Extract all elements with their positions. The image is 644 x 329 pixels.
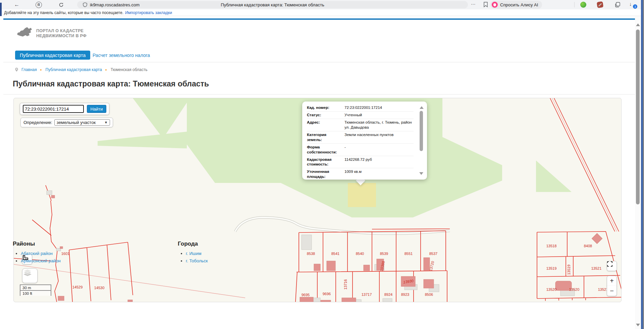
popup-row: Кад. номер:72:23:0222001:17214	[307, 104, 414, 112]
address-bar[interactable]: ik9map.roscadastres.com Публичная кадаст…	[77, 1, 468, 8]
map-filter-widget: Определение: земельный участок ▼	[20, 118, 113, 127]
popup-row-value: Тюменская область, г. Тюмень, район ул. …	[344, 120, 414, 130]
district-link[interactable]: Армизонский район	[21, 258, 61, 263]
parcel-label: 8538	[307, 252, 315, 256]
yandex-icon[interactable]: Я	[35, 1, 43, 9]
cities-list: г. Ишимг. Тобольск	[180, 250, 208, 265]
popup-row-label: Статус:	[307, 113, 342, 118]
map-buildings-red	[51, 195, 602, 302]
popup-row-label: Уточненная площадь:	[307, 169, 342, 179]
cadastral-map[interactable]: 8538854185408539855185371038813720969596…	[13, 98, 622, 302]
search-button[interactable]: Найти	[87, 105, 106, 113]
toolbar-divider	[574, 2, 575, 7]
site-logo-icon	[16, 26, 35, 40]
list-item: г. Ишим	[186, 250, 208, 257]
breadcrumb-map[interactable]: Публичная кадастровая карта	[46, 67, 102, 72]
popup-rows: Кад. номер:72:23:0222001:17214Статус:Учт…	[307, 104, 414, 180]
object-type-select[interactable]: земельный участок ▼	[54, 119, 110, 126]
parcel-label: 8539	[380, 252, 388, 256]
parcel-label: 13717	[362, 292, 372, 297]
breadcrumb-current: Тюменская область	[111, 67, 148, 72]
divider	[3, 62, 635, 62]
window-edge-strip	[0, 3, 2, 16]
popup-row-label: Категория земель:	[307, 132, 342, 142]
breadcrumb-arrow-icon: ►	[105, 68, 108, 71]
parcel-label: 9695	[302, 293, 310, 297]
scrollbar-thumb[interactable]	[636, 29, 640, 204]
selected-parcel[interactable]	[348, 183, 376, 207]
tab-land-tax[interactable]: Расчет земельного налога	[93, 53, 150, 58]
popup-row-label: Форма собственности:	[307, 145, 342, 155]
popup-row: Форма собственности:-	[307, 144, 414, 156]
filter-label: Определение:	[23, 120, 52, 125]
popup-scroll-thumb[interactable]	[420, 111, 423, 151]
parcel-label: 13519	[567, 265, 571, 275]
list-item: г. Тобольск	[186, 257, 208, 265]
popup-row-value: Учтенный	[344, 113, 414, 118]
scrollbar-down-icon[interactable]	[636, 324, 640, 326]
parcel-label: 8541	[331, 252, 339, 256]
downloads-icon[interactable]: ↓ 3	[629, 1, 637, 8]
scale-imperial: 100 ft	[20, 290, 51, 296]
popup-row-label: Кадастровая стоимость:	[307, 157, 342, 167]
layers-button[interactable]	[22, 268, 38, 283]
map-diagonal-road	[550, 98, 619, 232]
parcel-label: 13716	[343, 279, 347, 290]
zoom-out-button[interactable]: −	[607, 286, 617, 296]
map-search-widget: Найти	[20, 103, 109, 115]
parcel-label: 8537	[429, 252, 437, 256]
import-bookmarks-link[interactable]: Импортировать закладки	[125, 10, 172, 15]
parcel-label: 13520	[546, 287, 557, 291]
address-menu-icon[interactable]: ⋯	[471, 1, 476, 7]
tab-groups-icon[interactable]	[614, 2, 621, 8]
browser-toolbar: ← Я ik9map.roscadastres.com Публичная ка…	[0, 0, 644, 10]
tab-public-cadastral-map[interactable]: Публичная кадастровая карта	[15, 51, 90, 60]
tab-title: Публичная кадастровая карта: Тюменская о…	[77, 2, 468, 7]
parcel-label: 13518	[546, 244, 557, 248]
alice-ai-button[interactable]: Спросить Алису AI	[490, 1, 542, 9]
downloads-badge: 3	[633, 4, 637, 9]
popup-scrollbar	[419, 106, 424, 175]
fullscreen-button[interactable]	[607, 261, 617, 271]
map-buildings-gray	[47, 191, 575, 302]
list-item: Абатский район	[21, 250, 61, 257]
pin-icon	[15, 67, 18, 72]
popup-row-value: 1142268.72 руб	[344, 157, 414, 167]
scrollbar-up-icon[interactable]	[636, 23, 640, 26]
breadcrumb-home[interactable]: Главная	[21, 67, 37, 72]
parcel-label: 9696	[323, 292, 331, 296]
parcel-label: 8408	[584, 244, 592, 248]
browser-scrollbar[interactable]	[635, 16, 641, 329]
search-input[interactable]	[23, 105, 84, 113]
popup-row-label: Адрес:	[307, 120, 342, 130]
bookmark-icon[interactable]	[483, 2, 488, 9]
page-content: ПОРТАЛ О КАДАСТРЕ НЕДВИЖИМОСТИ В РФ Публ…	[0, 16, 635, 329]
site-logo-text: ПОРТАЛ О КАДАСТРЕ НЕДВИЖИМОСТИ В РФ	[36, 28, 87, 39]
popup-row: Категория земель:Земли населенных пункто…	[307, 131, 414, 144]
parcel-label: 13520	[569, 287, 580, 291]
page-title: Публичная кадастровая карта: Тюменская о…	[13, 79, 209, 88]
parcel-label: 14529	[72, 285, 83, 289]
back-icon[interactable]: ←	[13, 1, 21, 9]
extension-green-icon[interactable]	[580, 2, 586, 8]
popup-row: Статус:Учтенный	[307, 112, 414, 119]
refresh-icon[interactable]	[57, 1, 65, 9]
popup-row-value: 72:23:0222001:17214	[344, 105, 414, 110]
city-link[interactable]: г. Ишим	[186, 251, 201, 256]
breadcrumb: Главная ► Публичная кадастровая карта ► …	[15, 67, 147, 72]
parcel-label: 8924	[384, 292, 392, 297]
city-link[interactable]: г. Тобольск	[186, 258, 208, 263]
zoom-in-button[interactable]: +	[607, 276, 617, 286]
scroll-down-icon[interactable]	[419, 172, 423, 175]
districts-heading: Районы	[13, 241, 35, 247]
extension-red-icon[interactable]	[597, 1, 603, 8]
cities-heading: Города	[178, 241, 198, 247]
alice-icon	[492, 2, 498, 8]
popup-row: Адрес:Тюменская область, г. Тюмень, райо…	[307, 119, 414, 131]
bookmarks-hint-text: Добавляйте на эту панель сайты, которые …	[4, 10, 123, 15]
popup-row-label: Кад. номер:	[307, 105, 342, 110]
district-link[interactable]: Абатский район	[21, 251, 53, 256]
breadcrumb-arrow-icon: ►	[40, 68, 43, 71]
scroll-up-icon[interactable]	[420, 106, 424, 109]
divider	[3, 94, 635, 94]
